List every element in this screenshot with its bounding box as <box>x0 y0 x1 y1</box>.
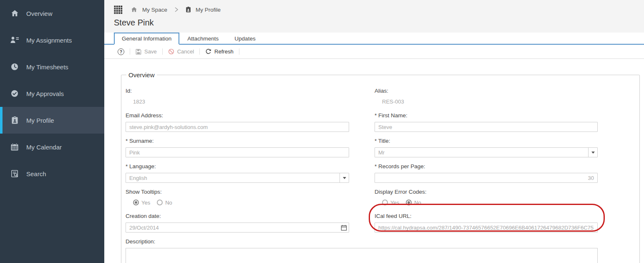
field-description: Description: <box>126 238 598 263</box>
surname-label: * Surname: <box>126 137 349 145</box>
surname-input[interactable] <box>126 147 349 157</box>
sidebar-item-my-profile[interactable]: My Profile <box>0 107 104 134</box>
ical-feed-url-label: ICal feed URL: <box>375 212 598 220</box>
chevron-down-icon[interactable] <box>588 148 597 157</box>
creation-date-input[interactable] <box>126 223 349 233</box>
profile-breadcrumb-icon <box>186 6 191 13</box>
sidebar-item-overview[interactable]: Overview <box>0 0 104 27</box>
ical-feed-url-input[interactable] <box>375 223 598 233</box>
records-per-page-label: * Records per Page: <box>375 162 598 170</box>
email-input[interactable] <box>126 122 349 132</box>
sidebar-item-label: My Profile <box>26 117 54 124</box>
id-value: 1823 <box>126 98 349 106</box>
calendar-picker-icon[interactable] <box>340 224 347 231</box>
panel-legend: Overview <box>126 71 157 78</box>
show-tooltips-yes-radio[interactable] <box>133 200 139 205</box>
display-error-codes-no-radio[interactable] <box>406 200 412 205</box>
field-ical-feed-url: ICal feed URL: <box>375 212 598 233</box>
display-error-codes-radio-group: Yes No <box>375 199 598 206</box>
tab-updates[interactable]: Updates <box>226 33 263 44</box>
app-window: Overview My Assignments My Timesheets My… <box>0 0 644 263</box>
chevron-right-icon <box>174 7 179 13</box>
help-icon: ? <box>118 48 124 55</box>
profile-badge-icon <box>10 116 19 125</box>
radio-label: No <box>165 200 172 206</box>
field-language: * Language: <box>126 162 349 183</box>
assignments-icon <box>10 35 19 45</box>
language-label: * Language: <box>126 162 349 170</box>
field-creation-date: Creation date: <box>126 212 349 233</box>
breadcrumb-my-profile[interactable]: My Profile <box>196 7 221 13</box>
tab-attachments[interactable]: Attachments <box>179 33 226 44</box>
tab-bar: General Information Attachments Updates <box>104 33 644 45</box>
sidebar-item-label: My Calendar <box>26 144 62 151</box>
sidebar-item-my-assignments[interactable]: My Assignments <box>0 27 104 53</box>
show-tooltips-no-radio[interactable] <box>157 200 163 205</box>
sidebar-item-my-timesheets[interactable]: My Timesheets <box>0 53 104 80</box>
sidebar-item-my-approvals[interactable]: My Approvals <box>0 80 104 107</box>
field-show-tooltips: Show Tooltips: Yes No <box>126 188 349 206</box>
cancel-button[interactable]: Cancel <box>167 48 195 55</box>
alias-value: RES-003 <box>375 98 598 106</box>
cancel-icon <box>168 48 174 55</box>
cancel-label: Cancel <box>177 48 194 55</box>
field-email-address: Email Address: <box>126 111 349 132</box>
show-tooltips-radio-group: Yes No <box>126 199 349 206</box>
refresh-icon <box>205 48 211 55</box>
sidebar-item-my-calendar[interactable]: My Calendar <box>0 134 104 160</box>
sidebar-item-label: My Assignments <box>26 37 72 44</box>
radio-label: Yes <box>390 200 399 206</box>
display-error-codes-label: Display Error Codes: <box>375 188 598 196</box>
field-alias: Alias: RES-003 <box>375 87 598 106</box>
breadcrumb-my-space[interactable]: My Space <box>142 7 167 13</box>
save-label: Save <box>144 48 157 55</box>
sidebar-item-label: My Timesheets <box>26 63 68 71</box>
sidebar-item-label: My Approvals <box>26 90 64 97</box>
field-display-error-codes: Display Error Codes: Yes No <box>375 188 598 206</box>
title-label: * Title: <box>375 137 598 145</box>
description-textarea[interactable] <box>126 248 598 263</box>
overview-panel: Overview Id: 1823 Alias: RES-003 Email A… <box>121 71 640 263</box>
sidebar-item-search[interactable]: Search <box>0 160 104 187</box>
save-button[interactable]: Save <box>135 48 158 55</box>
search-doc-icon <box>10 169 19 178</box>
help-button[interactable]: ? <box>117 48 125 55</box>
toolbar-separator <box>239 48 239 55</box>
alias-label: Alias: <box>375 87 598 95</box>
language-select-input[interactable] <box>126 173 349 183</box>
sidebar: Overview My Assignments My Timesheets My… <box>0 0 104 263</box>
approvals-icon <box>10 89 19 98</box>
breadcrumb: My Space My Profile <box>114 4 644 15</box>
show-tooltips-label: Show Tooltips: <box>126 188 349 196</box>
creation-date-picker <box>126 223 349 233</box>
home-breadcrumb-icon <box>131 6 138 13</box>
description-label: Description: <box>126 238 598 245</box>
calendar-icon <box>10 142 19 152</box>
title-select-input[interactable] <box>375 147 598 157</box>
first-name-input[interactable] <box>375 122 598 132</box>
field-surname: * Surname: <box>126 137 349 157</box>
toolbar-separator <box>162 48 163 55</box>
toolbar: ? Save Cancel Refresh <box>104 45 644 59</box>
page-title: Steve Pink <box>114 18 644 28</box>
field-id: Id: 1823 <box>126 87 349 106</box>
sidebar-item-label: Overview <box>26 10 53 17</box>
header: My Space My Profile Steve Pink <box>104 0 644 33</box>
radio-label: Yes <box>141 200 150 206</box>
field-records-per-page: * Records per Page: <box>375 162 598 183</box>
language-select <box>126 173 349 183</box>
apps-grid-icon[interactable] <box>114 5 123 14</box>
field-first-name: * First Name: <box>375 111 598 132</box>
refresh-button[interactable]: Refresh <box>204 48 234 55</box>
home-icon <box>10 9 19 18</box>
form-grid: Id: 1823 Alias: RES-003 Email Address: *… <box>126 83 639 263</box>
sidebar-item-label: Search <box>26 170 46 177</box>
chevron-down-icon[interactable] <box>340 173 349 182</box>
form-area: Overview Id: 1823 Alias: RES-003 Email A… <box>104 59 644 263</box>
records-per-page-input[interactable] <box>375 173 598 183</box>
toolbar-separator <box>130 48 130 55</box>
field-title: * Title: <box>375 137 598 157</box>
tab-general-information[interactable]: General Information <box>114 33 179 45</box>
toolbar-separator <box>199 48 200 55</box>
display-error-codes-yes-radio[interactable] <box>382 200 388 205</box>
